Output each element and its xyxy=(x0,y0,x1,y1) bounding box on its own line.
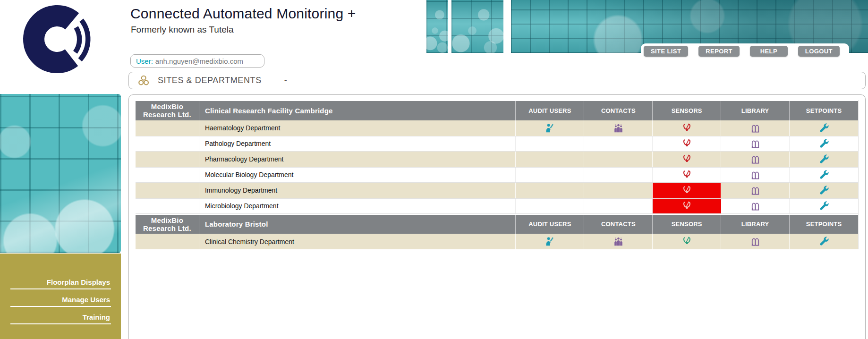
company-name-cell: MedixBio Research Ltd. xyxy=(136,101,199,120)
setpoints-cell[interactable] xyxy=(790,120,858,136)
setpoints-wrench-icon[interactable] xyxy=(818,123,829,134)
site-name-cell: Laboratory Bristol xyxy=(199,215,516,234)
sidebar-item-manage-users[interactable]: Manage Users xyxy=(10,296,111,307)
library-icon[interactable] xyxy=(750,154,761,165)
site-group-header: MedixBio Research Ltd.Clinical Research … xyxy=(136,100,858,120)
sensors-cell[interactable] xyxy=(653,199,721,213)
sensors-cell[interactable] xyxy=(653,183,721,198)
setpoints-cell[interactable] xyxy=(790,168,858,182)
sidebar-item-training[interactable]: Training xyxy=(10,313,111,324)
library-icon[interactable] xyxy=(750,138,761,149)
department-name: Pathology Department xyxy=(199,136,516,151)
audit-users-cell xyxy=(516,152,584,167)
table-row: Pathology Department xyxy=(136,136,858,152)
report-button[interactable]: REPORT xyxy=(698,46,740,57)
cluster-icon xyxy=(137,75,150,87)
collapse-indicator[interactable]: - xyxy=(284,76,287,85)
setpoints-wrench-icon[interactable] xyxy=(818,185,829,196)
site-list-button[interactable]: SITE LIST xyxy=(644,46,688,57)
banner-art-small xyxy=(426,0,448,53)
sensor-alarm-icon[interactable] xyxy=(681,201,692,212)
contacts-cell xyxy=(584,199,653,213)
page-subtitle: Formerly known as Tutela xyxy=(131,25,234,35)
table-row: Molecular Biology Department xyxy=(136,167,858,183)
logout-button[interactable]: LOGOUT xyxy=(798,46,840,57)
library-icon[interactable] xyxy=(750,185,761,196)
library-cell[interactable] xyxy=(721,199,790,213)
nav-buttons: SITE LIST REPORT HELP LOGOUT xyxy=(644,46,840,57)
sensor-icon[interactable] xyxy=(681,123,692,134)
column-header-contacts: CONTACTS xyxy=(584,215,653,234)
department-name: Pharmacology Department xyxy=(199,152,516,167)
library-cell[interactable] xyxy=(721,120,790,136)
department-name: Clinical Chemistry Department xyxy=(199,234,516,249)
app-window: Connected Automated Monitoring + Formerl… xyxy=(0,0,868,339)
contacts-icon[interactable] xyxy=(613,123,624,134)
banner-art-medium xyxy=(451,0,503,53)
library-cell[interactable] xyxy=(721,168,790,182)
sensors-cell[interactable] xyxy=(653,120,721,136)
user-label: User: xyxy=(136,57,153,65)
sidebar-menu: Floorplan Displays Manage Users Training xyxy=(0,254,121,339)
contacts-cell[interactable] xyxy=(584,234,653,249)
company-spacer-cell xyxy=(136,199,199,213)
setpoints-wrench-icon[interactable] xyxy=(818,154,829,165)
library-icon[interactable] xyxy=(750,123,761,134)
sensor-icon[interactable] xyxy=(681,170,692,180)
setpoints-wrench-icon[interactable] xyxy=(818,138,829,149)
sensors-cell[interactable] xyxy=(653,136,721,151)
department-name: Microbiology Department xyxy=(199,199,516,213)
setpoints-cell[interactable] xyxy=(790,199,858,213)
company-spacer-cell xyxy=(136,136,199,151)
site-group-header: MedixBio Research Ltd.Laboratory Bristol… xyxy=(136,214,858,234)
setpoints-cell[interactable] xyxy=(790,183,858,198)
sensor-icon[interactable] xyxy=(681,154,692,165)
setpoints-wrench-icon[interactable] xyxy=(818,201,829,212)
sensor-alarm-icon[interactable] xyxy=(681,185,692,196)
library-icon[interactable] xyxy=(750,201,761,212)
company-spacer-cell xyxy=(136,120,199,136)
audit-users-cell xyxy=(516,136,584,151)
setpoints-cell[interactable] xyxy=(790,152,858,167)
audit-users-cell xyxy=(516,168,584,182)
sidebar-item-floorplan-displays[interactable]: Floorplan Displays xyxy=(10,278,111,289)
column-header-audit-users: AUDIT USERS xyxy=(516,215,584,234)
column-header-audit-users: AUDIT USERS xyxy=(516,101,584,120)
audit-users-cell[interactable] xyxy=(516,234,584,249)
contacts-cell xyxy=(584,136,653,151)
setpoints-wrench-icon[interactable] xyxy=(818,170,829,180)
table-row: Pharmacology Department xyxy=(136,152,858,167)
sites-departments-bar[interactable]: SITES & DEPARTMENTS - xyxy=(128,72,866,89)
audit-users-cell[interactable] xyxy=(516,120,584,136)
company-spacer-cell xyxy=(136,168,199,182)
app-logo xyxy=(22,1,93,77)
contacts-cell[interactable] xyxy=(584,120,653,136)
setpoints-cell[interactable] xyxy=(790,234,858,249)
setpoints-cell[interactable] xyxy=(790,136,858,151)
library-cell[interactable] xyxy=(721,234,790,249)
library-cell[interactable] xyxy=(721,136,790,151)
setpoints-wrench-icon[interactable] xyxy=(818,236,829,247)
library-cell[interactable] xyxy=(721,183,790,198)
sensors-cell[interactable] xyxy=(653,234,721,249)
company-spacer-cell xyxy=(136,152,199,167)
library-cell[interactable] xyxy=(721,152,790,167)
library-icon[interactable] xyxy=(750,170,761,180)
sensor-icon[interactable] xyxy=(681,236,692,247)
help-button[interactable]: HELP xyxy=(750,46,788,57)
section-title: SITES & DEPARTMENTS xyxy=(158,76,262,85)
column-header-library: LIBRARY xyxy=(721,215,790,234)
sites-table: MedixBio Research Ltd.Clinical Research … xyxy=(136,100,859,249)
user-email: anh.nguyen@medixbio.com xyxy=(155,57,243,65)
department-name: Immunology Department xyxy=(199,183,516,198)
sensors-cell[interactable] xyxy=(653,152,721,167)
sensors-cell[interactable] xyxy=(653,168,721,182)
library-icon[interactable] xyxy=(750,236,761,247)
audit-user-icon[interactable] xyxy=(545,236,555,247)
contacts-icon[interactable] xyxy=(613,236,624,247)
user-chip: User: anh.nguyen@medixbio.com xyxy=(130,54,264,68)
table-row: Haematology Department xyxy=(136,120,858,136)
audit-user-icon[interactable] xyxy=(545,123,555,134)
department-name: Molecular Biology Department xyxy=(199,168,516,182)
sensor-icon[interactable] xyxy=(681,138,692,149)
